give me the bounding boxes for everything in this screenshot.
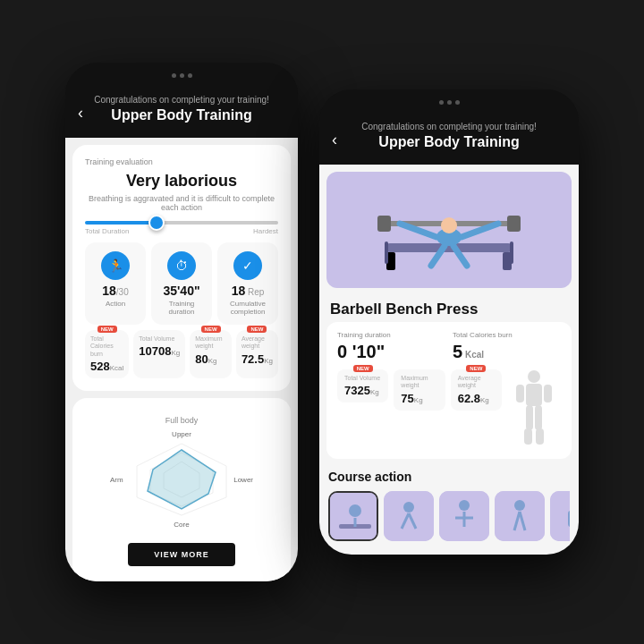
completion-value: 18 Rep [223, 284, 273, 298]
duration-icon: ⏱ [167, 251, 196, 280]
svg-point-28 [349, 504, 361, 517]
svg-rect-25 [536, 428, 544, 445]
metric-volume: Total Volume 10708Kg [133, 330, 185, 378]
detail-avg: NEW Average weight 62.8Kg [451, 369, 502, 411]
status-bar-left [65, 63, 298, 88]
svg-rect-7 [385, 242, 388, 264]
radar-card: Full body Upper Lower Core Arm [72, 398, 291, 581]
calories-value: 528Kcal [90, 360, 123, 373]
new-badge-detail-volume: NEW [353, 365, 373, 372]
completion-suffix: Rep [245, 287, 264, 297]
course-thumb-5[interactable] [550, 491, 570, 541]
back-button-left[interactable]: ‹ [78, 104, 83, 123]
exercise-detail-row: NEW Total Volume 7325Kg Maximum weight 7… [337, 369, 561, 450]
exercise-duration-stat: Training duration 0 '10" [337, 331, 445, 362]
svg-rect-26 [330, 493, 378, 541]
slider-right-label: Hardest [253, 227, 278, 235]
new-badge-max: NEW [201, 326, 221, 333]
phone-right: ‹ Congratulations on completing your tra… [319, 89, 579, 555]
exercise-calories-label: Total Calories burn [453, 331, 561, 339]
svg-rect-44 [568, 511, 570, 527]
metrics-row: NEW Total Calories burn 528Kcal Total Vo… [85, 330, 278, 378]
eval-rating: Very laborious [85, 172, 278, 191]
course-thumb-2[interactable] [384, 491, 434, 541]
back-button-right[interactable]: ‹ [332, 131, 337, 149]
phone-content-left: Training evaluation Very laborious Breat… [65, 138, 298, 581]
stat-completion: ✓ 18 Rep Cumulative completion [217, 242, 278, 325]
action-suffix: /30 [116, 287, 129, 297]
course-thumbnails [328, 491, 570, 541]
course-section: Course action [319, 464, 579, 545]
svg-rect-23 [535, 405, 542, 430]
svg-point-13 [441, 217, 457, 233]
course-thumb-3[interactable] [439, 491, 489, 541]
detail-avg-value: 62.8Kg [458, 392, 495, 405]
svg-rect-8 [510, 242, 513, 264]
body-silhouette-svg [512, 369, 556, 450]
dot1 [172, 73, 176, 78]
detail-max: Maximum weight 75Kg [394, 369, 445, 411]
training-evaluation-card: Training evaluation Very laborious Breat… [72, 145, 291, 391]
radar-svg [110, 430, 253, 529]
course-thumb-1[interactable] [328, 491, 378, 541]
new-badge-detail-avg: NEW [466, 365, 486, 372]
metric-avg-weight: NEW Average weight 72.5Kg [236, 330, 278, 378]
view-more-button[interactable]: VIEW MORE [128, 543, 235, 566]
calories-label: Total Calories burn [90, 335, 123, 358]
duration-label: Training duration [157, 300, 207, 316]
exercise-duration-value: 0 '10" [337, 342, 445, 362]
volume-unit: Kg [171, 349, 180, 357]
course-thumb-4[interactable] [495, 491, 545, 541]
header-right: ‹ Congratulations on completing your tra… [319, 114, 579, 165]
eval-section-label: Training evaluation [85, 157, 278, 166]
svg-point-18 [528, 370, 540, 383]
volume-value: 10708Kg [139, 344, 180, 358]
exercise-main-stats: Training duration 0 '10" Total Calories … [337, 331, 561, 362]
exercise-calories-value: 5 Kcal [453, 342, 561, 362]
exercise-calories-stat: Total Calories burn 5 Kcal [453, 331, 561, 362]
detail-volume-value: 7325Kg [344, 384, 381, 397]
volume-label: Total Volume [139, 335, 180, 343]
svg-rect-19 [526, 384, 542, 406]
completion-label: Cumulative completion [223, 300, 273, 316]
svg-rect-20 [516, 385, 524, 402]
status-bar-right [319, 89, 579, 114]
action-value: 18/30 [90, 284, 140, 298]
exercise-illustration [360, 176, 538, 284]
header-left: ‹ Congratulations on completing your tra… [65, 88, 298, 138]
header-title-right: Upper Body Training [334, 134, 564, 150]
detail-max-label: Maximum weight [401, 375, 437, 390]
svg-point-39 [514, 500, 525, 511]
dot3 [188, 73, 192, 78]
exercise-image [326, 172, 572, 288]
phone-left: ‹ Congratulations on completing your tra… [65, 63, 298, 581]
svg-rect-11 [507, 216, 521, 232]
new-badge-avg: NEW [247, 326, 267, 333]
detail-volume: NEW Total Volume 7325Kg [337, 369, 388, 402]
dot-r2 [447, 100, 452, 105]
slider-left-label: Total Duration [85, 227, 129, 235]
header-title-left: Upper Body Training [80, 107, 284, 123]
svg-rect-42 [550, 491, 570, 541]
radar-title: Full body [85, 416, 278, 425]
svg-rect-24 [524, 428, 532, 445]
status-dots-left [172, 73, 192, 78]
dot-r3 [455, 100, 460, 105]
max-weight-value: 80Kg [195, 352, 226, 366]
detail-avg-label: Average weight [458, 375, 495, 390]
slider-labels: Total Duration Hardest [85, 227, 278, 235]
detail-max-value: 75Kg [401, 392, 437, 405]
svg-marker-3 [148, 450, 216, 509]
completion-icon: ✓ [233, 251, 262, 280]
svg-rect-22 [526, 405, 533, 430]
difficulty-slider[interactable]: Total Duration Hardest [85, 221, 278, 235]
stats-row: 🏃 18/30 Action ⏱ 35'40" Training duratio… [85, 242, 278, 325]
svg-rect-10 [377, 216, 391, 232]
dot-r1 [439, 100, 444, 105]
svg-rect-21 [544, 385, 552, 402]
phone-content-right: Barbell Bench Press Training duration 0 … [319, 165, 579, 555]
detail-volume-label: Total Volume [344, 375, 381, 382]
status-dots-right [439, 100, 460, 105]
exercise-calories-unit: Kcal [462, 350, 484, 360]
avg-weight-value: 72.5Kg [242, 352, 273, 366]
